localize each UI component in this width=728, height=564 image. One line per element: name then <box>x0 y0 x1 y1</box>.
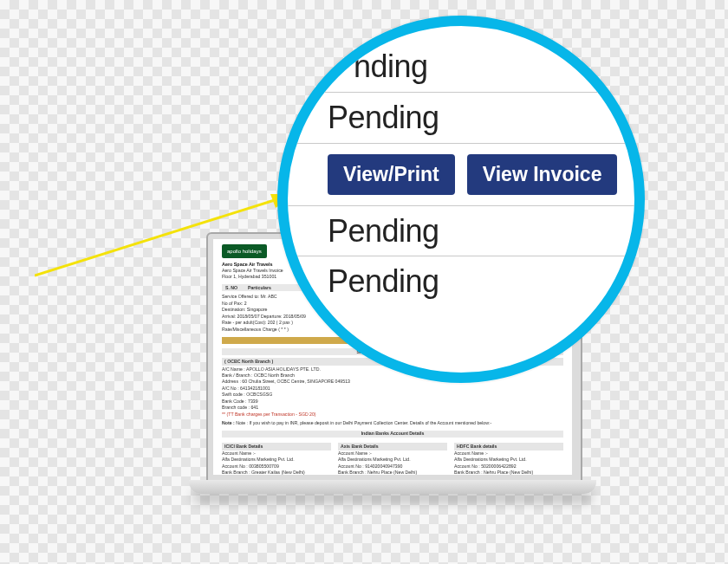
ax-acname-l: Account Name :- <box>338 451 372 456</box>
col-head-axis: Axis Bank Details <box>338 443 447 451</box>
col-sno: S. NO <box>225 285 248 291</box>
hd-acno-l: Account No : <box>454 464 480 469</box>
ax-acname-v: Alfa Destinations Marketing Pvt. Ltd. <box>338 457 447 463</box>
ax-branch-l: Bank Branch : <box>338 470 367 475</box>
line-rate: Rate - per adult(Cost): 202 ( 2 pax ) <box>222 320 293 326</box>
ic-branch-l: Bank Branch : <box>222 470 250 475</box>
sg-bankcode: Bank Code : 7339 <box>222 399 563 405</box>
status-row: Pending <box>288 206 634 257</box>
view-invoice-button[interactable]: View Invoice <box>467 154 618 195</box>
col-head-icici: ICICI Bank Details <box>222 443 331 451</box>
view-print-button[interactable]: View/Print <box>328 154 455 195</box>
india-bank-columns: ICICI Bank Details Account Name :- Alfa … <box>222 440 563 475</box>
hd-branch-v: Nehru Place (New Delhi) <box>484 470 533 475</box>
col-particulars: Particulars <box>248 285 271 291</box>
ic-branch-v: Greater Kailas (New Delhi) <box>251 470 305 475</box>
ic-acname-v: Alfa Destinations Marketing Pvt. Ltd. <box>222 457 331 463</box>
sg-tt: ** (TT Bank charges per Transaction - SG… <box>222 412 563 418</box>
company-logo: apollo holidays <box>222 244 267 258</box>
sg-addr: Address : 60 Chulia Street, OCBC Centre,… <box>222 379 563 385</box>
col-head-hdfc: HDFC Bank details <box>454 443 563 451</box>
action-row: View/Print View Invoice <box>288 144 634 206</box>
ic-acno-v: 003805500709 <box>249 464 279 469</box>
ax-acno-l: Account No : <box>338 464 364 469</box>
ax-branch-v: Nehru Place (New Delhi) <box>367 470 417 475</box>
status-row: Pending <box>288 93 634 144</box>
ax-acno-v: 914020040947390 <box>365 464 402 469</box>
ic-acname-l: Account Name :- <box>222 451 256 456</box>
inr-note: Note : Note : If you wish to pay in INR,… <box>222 420 563 426</box>
hd-branch-l: Bank Branch : <box>454 470 483 475</box>
hd-acname-l: Account Name :- <box>454 451 488 456</box>
ic-acno-l: Account No : <box>222 464 248 469</box>
sg-acno: A/C No : 641342181001 <box>222 386 563 392</box>
laptop-base <box>189 480 596 494</box>
status-row: Pending <box>288 256 634 307</box>
inr-note-text: Note : If you wish to pay in INR, please… <box>236 420 491 425</box>
sg-swift: Swift code : OCBCSGSG <box>222 392 563 398</box>
hd-acname-v: Alfa Destinations Marketing Pvt. Ltd. <box>454 457 563 463</box>
magnifier-lens: nding Pending View/Print View Invoice Pe… <box>277 16 645 383</box>
sg-branchcode: Branch code : 641 <box>222 405 563 411</box>
in-banks-head: Indian Banks Account Details <box>222 431 563 438</box>
status-list: nding Pending View/Print View Invoice Pe… <box>288 50 634 307</box>
hd-acno-v: 50200006422892 <box>481 464 516 469</box>
